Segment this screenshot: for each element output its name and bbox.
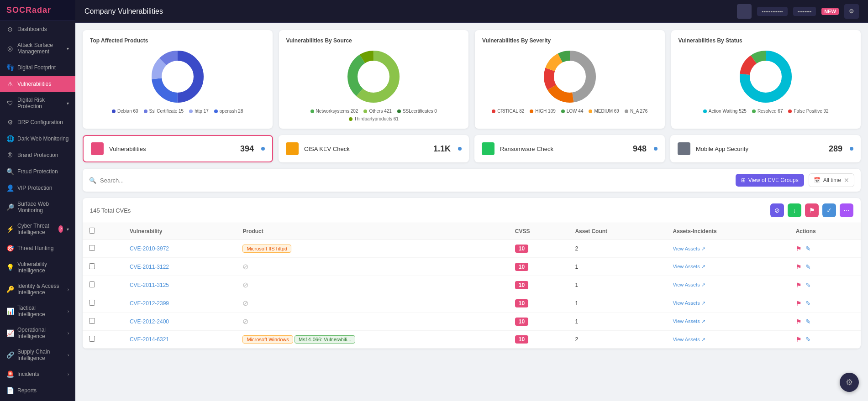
flag-icon[interactable]: ⚑ — [796, 281, 802, 289]
metric-dot — [654, 147, 658, 151]
edit-icon[interactable]: ✎ — [805, 281, 811, 289]
sidebar-item-supply-chain[interactable]: 🔗 Supply Chain Intelligence › — [0, 344, 75, 366]
row-checkbox[interactable] — [89, 281, 95, 287]
close-icon[interactable]: ✕ — [844, 177, 849, 184]
edit-icon[interactable]: ✎ — [805, 336, 811, 343]
sidebar-item-vulnerabilities[interactable]: ⚠ Vulnerabilities — [0, 76, 75, 92]
cyber-threat-icon: ⚡ — [6, 225, 14, 233]
sidebar-item-label: Brand Protection — [17, 152, 58, 158]
drp-config-icon: ⚙ — [6, 119, 14, 126]
edit-icon[interactable]: ✎ — [805, 263, 811, 271]
col-assets-incidents: Assets-Incidents — [667, 223, 789, 240]
table-row: CVE-2011-3122 ⊘ 10 1 View Assets ↗ ⚑✎ — [83, 258, 861, 276]
row-checkbox[interactable] — [89, 300, 95, 306]
cve-link[interactable]: CVE-2010-3972 — [130, 245, 169, 252]
view-assets-link[interactable]: View Assets ↗ — [673, 300, 783, 306]
topbar: Company Vulnerabilities •••••••••••• •••… — [75, 0, 868, 23]
cve-link[interactable]: CVE-2014-6321 — [130, 336, 169, 343]
col-cvss: CVSS — [509, 223, 569, 240]
sidebar-item-vuln-intelligence[interactable]: 💡 Vulnerability Intelligence — [0, 256, 75, 278]
fab-button[interactable]: ⚙ — [840, 373, 859, 392]
sidebar-item-label: Fraud Protection — [17, 168, 58, 175]
select-all-checkbox[interactable] — [89, 228, 95, 234]
sidebar: SOCRadar ⊙ Dashboards ◎ Attack Surface M… — [0, 0, 75, 401]
flag-icon[interactable]: ⚑ — [796, 336, 802, 343]
sidebar-item-brand-protection[interactable]: ® Brand Protection — [0, 147, 75, 163]
search-input[interactable] — [100, 177, 731, 184]
metric-tab-ransomware[interactable]: Ransomware Check 948 — [474, 135, 665, 162]
sidebar-item-incidents[interactable]: 🚨 Incidents › — [0, 366, 75, 382]
cvss-badge: 10 — [515, 335, 528, 344]
view-assets-link[interactable]: View Assets ↗ — [673, 318, 783, 324]
check-action-button[interactable]: ✓ — [822, 203, 836, 217]
flag-icon[interactable]: ⚑ — [796, 245, 802, 252]
topbar-settings-icon[interactable]: ⚙ — [844, 4, 859, 19]
cve-link[interactable]: CVE-2011-3122 — [130, 264, 169, 270]
metric-tab-vulnerabilities[interactable]: Vulnerabilities 394 — [83, 135, 273, 162]
no-product-icon: ⊘ — [242, 281, 248, 289]
sidebar-item-label: Vulnerability Intelligence — [17, 261, 69, 274]
brand-protection-icon: ® — [6, 151, 14, 159]
sidebar-item-digital-risk[interactable]: 🛡 Digital Risk Protection ▾ — [0, 92, 75, 114]
table-header-bar: 145 Total CVEs ⊘ ↓ ⚑ ✓ ⋯ — [83, 198, 861, 223]
view-assets-link[interactable]: View Assets ↗ — [673, 337, 783, 343]
view-assets-link[interactable]: View Assets ↗ — [673, 264, 783, 270]
sidebar-item-dashboards[interactable]: ⊙ Dashboards — [0, 21, 75, 37]
sidebar-item-reports[interactable]: 📄 Reports — [0, 382, 75, 399]
sidebar-item-threat-hunting[interactable]: 🎯 Threat Hunting — [0, 240, 75, 256]
col-actions: Actions — [789, 223, 861, 240]
flag-icon[interactable]: ⚑ — [796, 318, 802, 325]
filter-action-button[interactable]: ⊘ — [770, 203, 784, 217]
metric-tab-mobile-app[interactable]: Mobile App Security 289 — [670, 135, 861, 162]
metric-tab-count: 1.1K — [433, 144, 451, 154]
sidebar-item-label: DRP Configuration — [17, 119, 63, 125]
sidebar-item-attack-surface[interactable]: ◎ Attack Surface Management ▾ — [0, 37, 75, 59]
sidebar-item-label: VIP Protection — [17, 185, 53, 191]
date-filter[interactable]: 📅 All time ✕ — [809, 173, 854, 187]
card-top-affected-products: Top Affected Products De — [83, 30, 273, 129]
sidebar-item-label: Reports — [17, 387, 37, 394]
fab-icon: ⚙ — [846, 377, 853, 387]
sidebar-item-surface-web[interactable]: 🔎 Surface Web Monitoring — [0, 196, 75, 218]
dark-web-icon: 🌐 — [6, 135, 14, 142]
cve-link[interactable]: CVE-2012-2399 — [130, 300, 169, 307]
sidebar-item-identity-access[interactable]: 🔑 Identity & Access Intelligence › — [0, 278, 75, 300]
sidebar-item-vip-protection[interactable]: 👤 VIP Protection — [0, 180, 75, 196]
sidebar-item-operational-intel[interactable]: 📈 Operational Intelligence › — [0, 322, 75, 344]
edit-icon[interactable]: ✎ — [805, 318, 811, 325]
sidebar-item-fraud-protection[interactable]: 🔍 Fraud Protection — [0, 163, 75, 180]
row-checkbox[interactable] — [89, 263, 95, 269]
sidebar-item-dark-web[interactable]: 🌐 Dark Web Monitoring — [0, 130, 75, 147]
flag-action-button[interactable]: ⚑ — [805, 203, 819, 217]
asset-count: 1 — [568, 294, 666, 312]
chevron-right-icon: › — [68, 372, 69, 377]
view-assets-link[interactable]: View Assets ↗ — [673, 282, 783, 288]
chevron-right-icon: › — [68, 353, 69, 358]
sidebar-item-cyber-threat[interactable]: ⚡ Cyber Threat Intelligence ? ▾ — [0, 218, 75, 240]
sidebar-item-settings[interactable]: ⚙ Settings › — [0, 399, 75, 401]
row-checkbox[interactable] — [89, 318, 95, 324]
chart-legend: Debian 60 Ssl Certificate 15 http 17 ope… — [90, 109, 265, 114]
edit-icon[interactable]: ✎ — [805, 300, 811, 307]
row-checkbox[interactable] — [89, 336, 95, 342]
cve-link[interactable]: CVE-2012-2400 — [130, 318, 169, 325]
card-vuln-by-source: Vulnerabilities By Source Networksystems… — [279, 30, 469, 129]
sidebar-item-digital-footprint[interactable]: 👣 Digital Footprint — [0, 59, 75, 76]
flag-icon[interactable]: ⚑ — [796, 300, 802, 307]
supply-chain-icon: 🔗 — [6, 351, 14, 359]
view-assets-link[interactable]: View Assets ↗ — [673, 246, 783, 252]
edit-icon[interactable]: ✎ — [805, 245, 811, 252]
cve-link[interactable]: CVE-2011-3125 — [130, 282, 169, 288]
sidebar-item-drp-config[interactable]: ⚙ DRP Configuration — [0, 114, 75, 130]
flag-icon[interactable]: ⚑ — [796, 263, 802, 271]
search-wrap: 🔍 — [89, 177, 731, 184]
table-count: 145 Total CVEs — [90, 207, 131, 214]
metric-tab-cisa-kev[interactable]: CISA KEV Check 1.1K — [279, 135, 469, 162]
sidebar-item-tactical-intel[interactable]: 📊 Tactical Intelligence › — [0, 300, 75, 322]
view-cve-groups-button[interactable]: ⊞ View of CVE Groups — [736, 174, 804, 187]
row-checkbox[interactable] — [89, 245, 95, 251]
download-action-button[interactable]: ↓ — [788, 203, 801, 217]
more-action-button[interactable]: ⋯ — [840, 203, 853, 217]
sidebar-item-label: Digital Footprint — [17, 64, 56, 71]
vulnerabilities-tab-icon — [91, 142, 104, 155]
